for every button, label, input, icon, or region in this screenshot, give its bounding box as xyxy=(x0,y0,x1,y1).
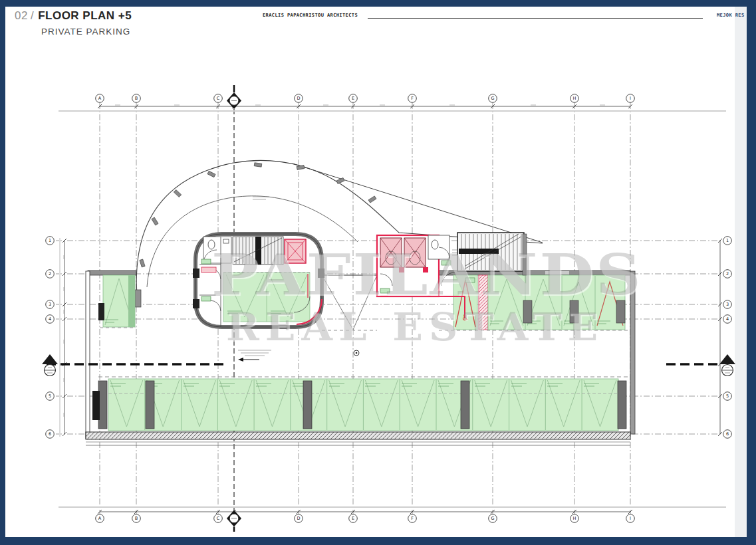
svg-text:2: 2 xyxy=(49,271,51,276)
svg-text:6: 6 xyxy=(726,431,729,437)
svg-text:B: B xyxy=(135,96,138,101)
svg-text:C: C xyxy=(217,96,220,101)
svg-text:G: G xyxy=(491,516,494,521)
sheet-number: 02 xyxy=(15,9,28,22)
svg-text:1: 1 xyxy=(726,238,729,243)
parking-row-bottom xyxy=(92,377,630,431)
dimension-lines xyxy=(59,104,726,514)
page-border-left xyxy=(0,0,5,545)
svg-text:1: 1 xyxy=(49,238,51,243)
svg-text:4: 4 xyxy=(49,316,51,322)
right-margin-strip xyxy=(735,7,747,537)
architect-name: ERACLIS PAPACHRISTOU ARCHITECTS xyxy=(263,13,358,18)
svg-text:3: 3 xyxy=(49,302,51,307)
grid-bubbles-left: 1 2 3 4 5 6 xyxy=(46,237,55,439)
svg-text:2: 2 xyxy=(726,271,729,276)
svg-text:D: D xyxy=(297,516,300,521)
section-diamond-bottom xyxy=(227,510,241,532)
svg-text:4: 4 xyxy=(726,316,729,322)
title-block: 02/FLOOR PLAN +5 PRIVATE PARKING xyxy=(15,9,132,37)
svg-text:5: 5 xyxy=(49,393,51,399)
svg-text:3: 3 xyxy=(726,302,729,307)
svg-text:F: F xyxy=(411,516,414,521)
shaft-hatched xyxy=(479,275,488,330)
svg-text:G: G xyxy=(491,96,494,101)
svg-text:I: I xyxy=(630,516,631,521)
svg-text:A: A xyxy=(98,96,102,101)
svg-text:D: D xyxy=(297,96,300,101)
project-name: MEJOK RES xyxy=(717,13,745,18)
sheet-separator: / xyxy=(31,9,34,22)
svg-text:6: 6 xyxy=(49,431,51,437)
drawing-sheet: 02/FLOOR PLAN +5 PRIVATE PARKING ERACLIS… xyxy=(0,0,756,545)
parking-stall-upper-left xyxy=(98,275,136,328)
sheet-subtitle: PRIVATE PARKING xyxy=(41,27,132,37)
header-rule xyxy=(368,18,703,19)
car-lift-area xyxy=(322,275,377,330)
svg-text:5: 5 xyxy=(726,393,729,399)
page-border-right xyxy=(747,0,756,545)
svg-text:C: C xyxy=(217,516,220,521)
svg-text:H: H xyxy=(573,96,576,101)
svg-text:E: E xyxy=(352,96,354,101)
page-border-top xyxy=(0,0,756,7)
grid-bubbles-right: 1 2 3 4 5 6 xyxy=(723,237,732,439)
svg-text:H: H xyxy=(573,516,576,521)
grid-bubbles-bottom: A B C D E F G H I xyxy=(96,514,635,523)
svg-text:E: E xyxy=(352,516,354,521)
svg-text:B: B xyxy=(135,516,138,521)
floor-plan-canvas: ♿ xyxy=(0,0,756,545)
svg-text:I: I xyxy=(630,96,631,101)
sheet-title: FLOOR PLAN +5 xyxy=(38,9,132,22)
section-diamond-top xyxy=(227,85,241,109)
grid-bubbles-top: A B C D E F G H I xyxy=(96,94,635,103)
page-border-bottom xyxy=(0,537,756,545)
core-left xyxy=(193,234,324,327)
svg-text:A: A xyxy=(98,516,102,521)
svg-text:F: F xyxy=(411,96,414,101)
